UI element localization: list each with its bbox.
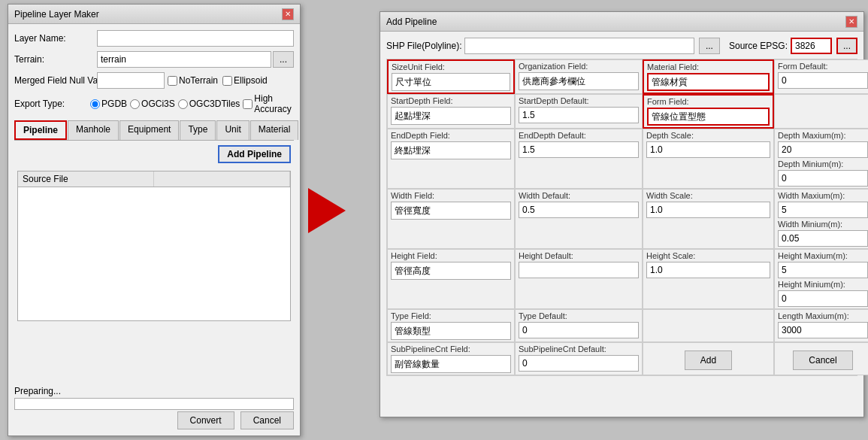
end-depth-default-cell: EndDepth Default: [515, 129, 643, 189]
tab-type[interactable]: Type [180, 120, 216, 140]
width-default-input[interactable] [519, 202, 639, 218]
add-button[interactable]: Add [685, 350, 732, 370]
tab-equipment[interactable]: Equipment [119, 120, 179, 140]
height-default-label: Height Default: [519, 251, 639, 260]
add-btn-cell: Add [643, 342, 774, 375]
type-field-select[interactable]: 管線類型 [391, 322, 511, 340]
form-field-select[interactable]: 管線位置型態 [647, 108, 770, 126]
material-select[interactable]: 管線材質 [647, 73, 770, 91]
width-scale-cell: Width Scale: [643, 189, 774, 249]
status-text: Preparing... [14, 386, 294, 396]
length-maxium-input[interactable] [778, 322, 868, 338]
subpipeline-default-label: SubPipelineCnt Default: [519, 344, 639, 354]
tab-manhole[interactable]: Manhole [68, 120, 119, 140]
shp-dots-button[interactable]: ... [699, 38, 720, 54]
export-type-radios: PGDB OGCi3S OGC3DTiles High Accuracy [90, 93, 294, 114]
pipeline-table: Source File [17, 171, 291, 321]
size-unit-select[interactable]: 尺寸單位 [392, 73, 510, 91]
merged-field-input[interactable] [97, 72, 165, 89]
high-accuracy-checkbox-label[interactable]: High Accuracy [243, 93, 294, 114]
width-maxium-input[interactable] [778, 202, 868, 218]
ogci3s-radio-label[interactable]: OGCi3S [130, 99, 175, 109]
depth-minium-group: Depth Minium(m): [778, 159, 868, 187]
layer-name-input[interactable] [97, 30, 294, 47]
subpipeline-default-input[interactable] [519, 355, 639, 372]
source-epsg-input[interactable] [791, 38, 832, 54]
high-accuracy-checkbox[interactable] [243, 99, 253, 109]
no-terrain-group: NoTerrain Ellipsoid [168, 75, 268, 86]
terrain-select[interactable]: terrain [97, 51, 271, 68]
convert-button[interactable]: Convert [177, 411, 234, 429]
height-default-input[interactable] [519, 262, 639, 278]
material-cell: Material Field: 管線材質 [643, 59, 774, 94]
start-depth-default-input[interactable] [519, 107, 639, 123]
depth-scale-label: Depth Scale: [646, 131, 770, 140]
width-minium-group: Width Minium(m): [778, 220, 868, 247]
height-scale-input[interactable] [646, 262, 770, 278]
end-depth-default-label: EndDepth Default: [519, 131, 639, 140]
width-scale-input[interactable] [646, 202, 770, 218]
source-epsg-dots-button[interactable]: ... [836, 38, 857, 54]
right-close-button[interactable]: ✕ [845, 16, 857, 28]
table-header: Source File [18, 171, 290, 187]
merged-field-label: Merged Field Null Value: [14, 75, 97, 86]
type-default-input[interactable] [519, 322, 639, 338]
right-cancel-button[interactable]: Cancel [793, 350, 852, 370]
end-depth-default-input[interactable] [519, 141, 639, 158]
ogc3dtiles-radio-label[interactable]: OGC3DTiles [178, 99, 240, 109]
tab-material[interactable]: Material [250, 120, 299, 140]
height-maxium-cell: Height Maxium(m): Height Minium(m): [774, 249, 868, 309]
end-depth-select[interactable]: 終點埋深 [391, 141, 511, 159]
ogci3s-radio[interactable] [130, 99, 140, 109]
depth-minium-input[interactable] [778, 170, 868, 187]
no-terrain-checkbox-label[interactable]: NoTerrain [168, 75, 218, 86]
width-scale-label: Width Scale: [646, 191, 770, 200]
height-field-label: Height Field: [391, 251, 511, 260]
start-depth-select[interactable]: 起點埋深 [391, 107, 511, 125]
subpipeline-field-label: SubPipelineCnt Field: [391, 344, 511, 354]
type-default-cell: Type Default: [515, 309, 643, 342]
height-minium-label: Height Minium(m): [778, 280, 868, 289]
height-field-select[interactable]: 管徑高度 [391, 262, 511, 280]
form-field-cell: Form Field: 管線位置型態 [643, 94, 774, 129]
tab-pipeline[interactable]: Pipeline [14, 120, 67, 140]
left-cancel-button[interactable]: Cancel [240, 411, 294, 429]
depth-maxium-cell: Depth Maxium(m): Depth Minium(m): [774, 129, 868, 189]
ogc3dtiles-radio[interactable] [178, 99, 188, 109]
tab-pipeline-content: Add Pipeline Source File [14, 141, 294, 324]
depth-minium-label: Depth Minium(m): [778, 159, 868, 168]
layer-name-label: Layer Name: [14, 33, 97, 44]
terrain-dots-button[interactable]: ... [273, 51, 294, 68]
ellipsoid-checkbox-label[interactable]: Ellipsoid [222, 75, 268, 86]
width-minium-label: Width Minium(m): [778, 220, 868, 229]
width-minium-input[interactable] [778, 230, 868, 247]
depth-maxium-input[interactable] [778, 141, 868, 158]
terrain-row: Terrain: terrain ... [14, 51, 294, 68]
shp-file-label: SHP File(Polyline): [386, 41, 461, 51]
subpipeline-field-select[interactable]: 副管線數量 [391, 355, 511, 373]
pgdb-radio-label[interactable]: PGDB [90, 99, 127, 109]
form-default-input[interactable] [778, 72, 868, 89]
left-body: Layer Name: Terrain: terrain ... Merged … [8, 24, 300, 330]
no-terrain-checkbox[interactable] [168, 76, 177, 86]
depth-scale-input[interactable] [646, 141, 770, 158]
left-close-button[interactable]: ✕ [282, 8, 294, 20]
right-dialog: Add Pipeline ✕ SHP File(Polyline): ... S… [380, 11, 864, 417]
tab-unit[interactable]: Unit [216, 120, 249, 140]
height-field-cell: Height Field: 管徑高度 [387, 249, 515, 309]
end-depth-label: EndDepth Field: [391, 131, 511, 140]
pgdb-radio[interactable] [90, 99, 100, 109]
size-unit-cell: SizeUnit Field: 尺寸單位 [387, 59, 515, 94]
height-minium-input[interactable] [778, 290, 868, 307]
width-field-select[interactable]: 管徑寬度 [391, 202, 511, 220]
ellipsoid-checkbox[interactable] [222, 76, 232, 86]
form-default-label: Form Default: [778, 62, 868, 71]
empty-cell-2 [643, 309, 774, 342]
height-maxium-input[interactable] [778, 262, 868, 278]
add-pipeline-button[interactable]: Add Pipeline [218, 145, 291, 163]
end-depth-cell: EndDepth Field: 終點埋深 [387, 129, 515, 189]
start-depth-label: StartDepth Field: [391, 96, 511, 105]
shp-file-input[interactable] [464, 38, 694, 54]
organization-select[interactable]: 供應商參考欄位 [519, 72, 639, 90]
layer-name-row: Layer Name: [14, 30, 294, 47]
